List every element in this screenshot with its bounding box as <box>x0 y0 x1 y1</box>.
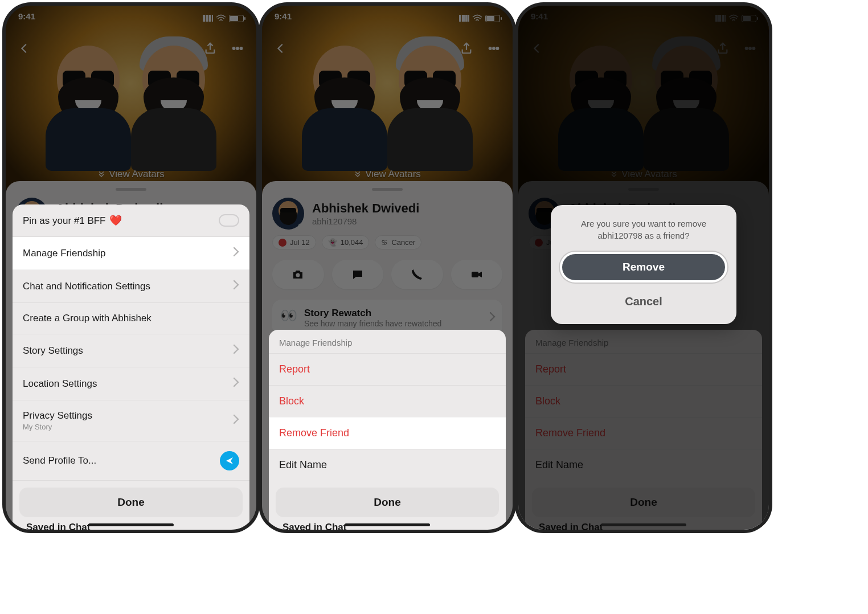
chat-notification-settings-row[interactable]: Chat and Notification Settings <box>13 270 249 303</box>
home-indicator <box>345 523 430 526</box>
send-profile-row[interactable]: Send Profile To... <box>13 441 249 481</box>
chevron-right-icon <box>232 344 239 357</box>
done-button[interactable]: Done <box>19 488 243 517</box>
privacy-settings-row[interactable]: Privacy Settings My Story <box>13 400 249 441</box>
remove-friend-row[interactable]: Remove Friend <box>269 417 506 449</box>
alert-remove-label: Remove <box>623 261 665 273</box>
create-group-label: Create a Group with Abhishek <box>23 313 152 324</box>
story-settings-label: Story Settings <box>23 345 83 357</box>
remove-friend-label: Remove Friend <box>279 427 349 439</box>
alert-cancel-button[interactable]: Cancel <box>560 288 727 315</box>
home-indicator <box>88 523 174 526</box>
pin-bff-row[interactable]: Pin as your #1 BFF ❤️ <box>13 204 249 237</box>
done-label: Done <box>117 496 145 509</box>
location-settings-label: Location Settings <box>23 378 97 390</box>
done-button[interactable]: Done <box>276 488 499 517</box>
done-label: Done <box>374 496 401 509</box>
block-row[interactable]: Block <box>269 385 506 417</box>
pin-bff-toggle[interactable] <box>219 214 239 227</box>
edit-name-row[interactable]: Edit Name <box>269 449 506 481</box>
send-icon <box>220 451 239 470</box>
manage-friendship-label: Manage Friendship <box>23 248 106 259</box>
privacy-settings-sublabel: My Story <box>23 423 92 431</box>
report-row[interactable]: Report <box>269 353 506 385</box>
alert-remove-button[interactable]: Remove <box>560 252 727 283</box>
manage-friendship-row[interactable]: Manage Friendship <box>13 237 249 270</box>
remove-friend-alert: Are you sure you want to remove abhi1207… <box>551 205 736 324</box>
location-settings-row[interactable]: Location Settings <box>13 367 249 400</box>
chat-notification-label: Chat and Notification Settings <box>23 281 150 292</box>
manage-sheet-header: Manage Friendship <box>269 330 506 353</box>
chevron-right-icon <box>232 414 239 427</box>
block-label: Block <box>279 395 304 407</box>
chevron-right-icon <box>232 377 239 390</box>
report-label: Report <box>279 363 310 375</box>
alert-cancel-label: Cancel <box>625 295 662 308</box>
home-indicator <box>601 523 686 526</box>
privacy-settings-label: Privacy Settings <box>23 410 92 421</box>
alert-message: Are you sure you want to remove abhi1207… <box>560 218 727 241</box>
edit-name-label: Edit Name <box>279 459 327 470</box>
chevron-right-icon <box>232 247 239 260</box>
create-group-row[interactable]: Create a Group with Abhishek <box>13 303 249 334</box>
send-profile-label: Send Profile To... <box>23 455 96 466</box>
screenshot-2: View Avatars 9:41 Abhishek Dwivedi abhi1… <box>262 6 513 530</box>
friend-settings-sheet: Pin as your #1 BFF ❤️ Manage Friendship … <box>13 204 249 530</box>
chevron-right-icon <box>232 280 239 293</box>
heart-icon: ❤️ <box>109 215 122 226</box>
manage-friendship-sheet: Manage Friendship Report Block Remove Fr… <box>269 330 506 530</box>
screenshot-1: View Avatars 9:41 <box>6 6 256 530</box>
pin-bff-label: Pin as your #1 BFF <box>23 215 106 226</box>
screenshot-3: View Avatars 9:41 Abhishek Dwivedi abhi1… <box>518 6 769 530</box>
story-settings-row[interactable]: Story Settings <box>13 334 249 367</box>
